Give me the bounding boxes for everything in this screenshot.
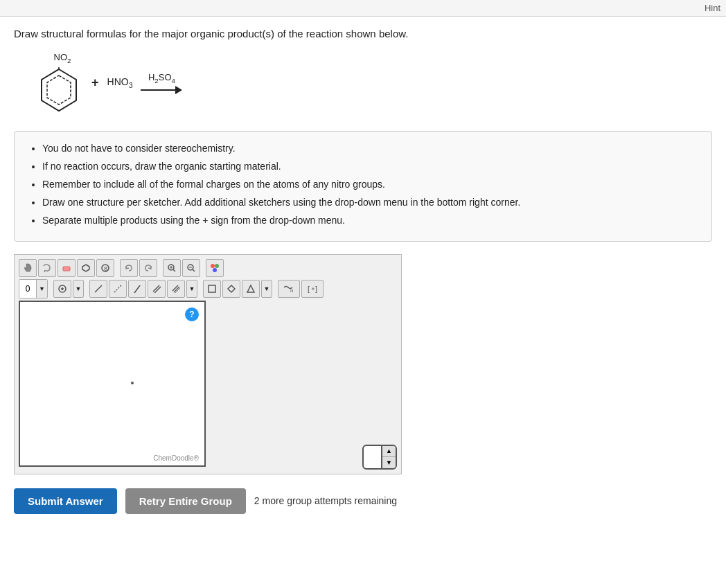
arrow-head	[175, 86, 182, 94]
svg-text:±: ±	[312, 286, 315, 291]
svg-marker-30	[228, 285, 235, 292]
svg-line-9	[173, 269, 175, 271]
top-bar: Hint	[0, 0, 726, 17]
square-shape-btn[interactable]	[203, 280, 221, 298]
submit-answer-button[interactable]: Submit Answer	[14, 488, 117, 514]
retry-entire-group-button[interactable]: Retry Entire Group	[125, 488, 246, 514]
sketcher-bottom: ? ChemDoodle® ▲ ▼	[19, 301, 397, 470]
zoom-out-btn[interactable]	[182, 259, 200, 277]
formula-btn[interactable]: n	[278, 280, 300, 298]
triangle-shape-btn[interactable]	[242, 280, 260, 298]
hint-label: Hint	[705, 3, 720, 13]
hand-tool-btn[interactable]	[19, 259, 37, 277]
arrow-label: H2SO4	[148, 72, 175, 84]
add-atom-btn[interactable]	[53, 280, 71, 298]
number-input[interactable]: 0	[19, 280, 36, 298]
plus-sign: +	[91, 75, 99, 90]
chemdoodle-label: ChemDoodle®	[153, 454, 199, 462]
number-dropdown[interactable]: ▼	[36, 280, 47, 298]
svg-point-17	[213, 268, 217, 272]
single-bond-btn[interactable]	[89, 280, 107, 298]
sketcher-container: 8	[14, 254, 402, 474]
svg-marker-31	[247, 285, 254, 292]
arrow-shaft	[141, 89, 175, 91]
svg-marker-5	[82, 265, 89, 271]
toolbar-row-1: 8	[19, 259, 397, 277]
svg-text:]: ]	[315, 285, 317, 293]
instruction-item: Separate multiple products using the + s…	[42, 213, 698, 228]
svg-text:n: n	[290, 287, 293, 294]
arrow-line	[141, 86, 182, 94]
lasso-tool-btn[interactable]	[38, 259, 56, 277]
reaction-area: NO2 + HNO3 H2SO4	[35, 52, 712, 114]
svg-marker-23	[134, 285, 141, 293]
atom-color-btn[interactable]	[206, 259, 224, 277]
svg-text:8: 8	[104, 265, 107, 272]
instruction-item: Draw one structure per sketcher. Add add…	[42, 195, 698, 210]
reagent-label: HNO3	[107, 76, 133, 89]
bracket-btn[interactable]: [±]	[301, 280, 324, 298]
charge-tool-btn[interactable]: 8	[96, 259, 114, 277]
arrow-container: H2SO4	[141, 72, 182, 94]
diamond-shape-btn[interactable]	[222, 280, 240, 298]
toolbar-row-2: 0 ▼ ▼	[19, 279, 397, 299]
benzene-ring-svg	[35, 66, 83, 114]
question-text: Draw structural formulas for the major o…	[14, 28, 712, 39]
instructions-box: You do not have to consider stereochemis…	[14, 131, 712, 242]
action-buttons: Submit Answer Retry Entire Group 2 more …	[14, 488, 712, 514]
attempts-remaining-text: 2 more group attempts remaining	[254, 495, 397, 506]
eraser-tool-btn[interactable]	[57, 259, 76, 277]
main-content: Draw structural formulas for the major o…	[0, 17, 726, 525]
double-bond-btn[interactable]	[148, 280, 166, 298]
triple-bond-btn[interactable]	[167, 280, 185, 298]
svg-text:[: [	[308, 285, 310, 293]
zoom-in-btn[interactable]	[163, 259, 181, 277]
dashed-bond-btn[interactable]	[109, 280, 127, 298]
svg-point-16	[215, 264, 219, 268]
svg-line-13	[193, 269, 195, 271]
drawing-canvas[interactable]: ? ChemDoodle®	[19, 301, 206, 467]
add-atom-dropdown[interactable]: ▼	[73, 280, 84, 298]
svg-marker-1	[47, 75, 71, 105]
redo-btn[interactable]	[139, 259, 157, 277]
spinner-buttons: ▲ ▼	[382, 446, 396, 468]
ring-tool-btn[interactable]	[77, 259, 95, 277]
svg-line-21	[95, 285, 102, 292]
undo-btn[interactable]	[120, 259, 138, 277]
spinner-control[interactable]: ▲ ▼	[362, 445, 397, 470]
bond-dropdown[interactable]: ▼	[186, 280, 197, 298]
canvas-dot	[131, 382, 134, 384]
svg-line-22	[114, 285, 121, 292]
nitrobenzene-compound: NO2	[35, 52, 83, 114]
svg-point-15	[211, 264, 215, 268]
number-input-group[interactable]: 0 ▼	[19, 279, 48, 299]
spinner-down-btn[interactable]: ▼	[382, 457, 396, 468]
no2-label: NO2	[54, 52, 71, 64]
instruction-item: Remember to include all of the formal ch…	[42, 177, 698, 192]
spinner-display	[364, 446, 382, 468]
spinner-up-btn[interactable]: ▲	[382, 446, 396, 458]
instruction-item: If no reaction occurs, draw the organic …	[42, 159, 698, 174]
bold-bond-btn[interactable]	[128, 280, 146, 298]
svg-line-26	[172, 285, 178, 291]
svg-rect-29	[209, 285, 215, 292]
help-btn[interactable]: ?	[185, 308, 199, 321]
instruction-item: You do not have to consider stereochemis…	[42, 141, 698, 156]
instructions-list: You do not have to consider stereochemis…	[28, 141, 698, 228]
shape-dropdown[interactable]: ▼	[261, 280, 272, 298]
